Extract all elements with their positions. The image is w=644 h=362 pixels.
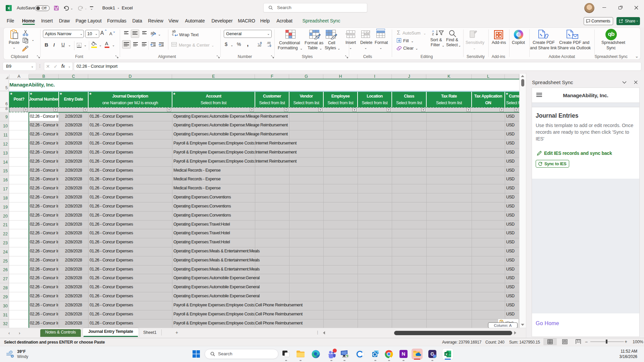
svg-text:X: X (445, 352, 448, 356)
